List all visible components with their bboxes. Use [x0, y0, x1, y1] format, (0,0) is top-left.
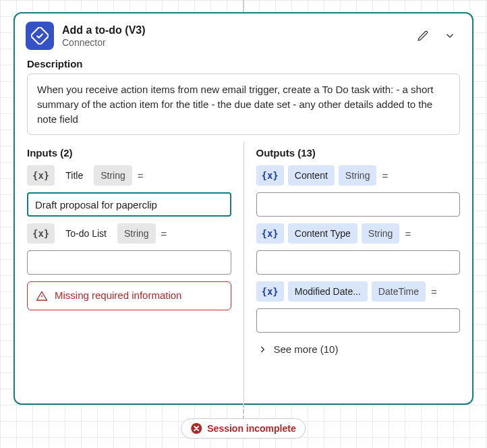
- connector-icon: [26, 22, 54, 50]
- variable-badge: {x}: [27, 223, 55, 244]
- action-card: Add a to-do (V3) Connector Description W…: [13, 12, 474, 405]
- type-chip: String: [362, 223, 400, 244]
- card-title: Add a to-do (V3): [62, 24, 406, 37]
- equals-icon: =: [403, 228, 412, 240]
- validation-error: Missing required information: [27, 281, 231, 310]
- inputs-column: Inputs (2) {x} Title String = Draft prop…: [15, 142, 244, 403]
- status-label: Session incomplete: [207, 423, 295, 434]
- error-text: Missing required information: [55, 289, 181, 302]
- input-name: To-do List: [59, 223, 113, 244]
- error-circle-icon: [191, 423, 202, 434]
- equals-icon: =: [380, 170, 389, 181]
- description-text: When you receive action items from new e…: [27, 74, 460, 135]
- session-status-pill[interactable]: Session incomplete: [181, 418, 306, 439]
- input-row: {x} To-do List String =: [27, 223, 231, 244]
- output-name: Modified Date...: [288, 281, 368, 302]
- output-row: {x} Content Type String =: [256, 223, 461, 244]
- flow-connector-top: [243, 0, 244, 13]
- see-more-button[interactable]: See more (10): [256, 339, 461, 359]
- inputs-heading: Inputs (2): [27, 147, 231, 159]
- equals-icon: =: [136, 170, 145, 181]
- flow-connector-bottom: [243, 403, 244, 420]
- variable-badge: {x}: [256, 281, 284, 302]
- type-chip: DateTime: [372, 281, 426, 302]
- type-chip: String: [117, 223, 156, 244]
- output-name: Content Type: [288, 223, 357, 244]
- variable-badge: {x}: [27, 165, 55, 186]
- output-row: {x} Content String =: [256, 165, 461, 186]
- input-value-title[interactable]: Draft proposal for paperclip: [27, 192, 231, 217]
- variable-badge: {x}: [256, 223, 284, 244]
- variable-badge: {x}: [256, 165, 284, 186]
- description-label: Description: [15, 54, 472, 74]
- chevron-down-icon: [444, 30, 456, 42]
- input-name: Title: [59, 165, 90, 186]
- type-chip: String: [94, 165, 132, 186]
- output-value[interactable]: [256, 250, 461, 275]
- output-row: {x} Modified Date... DateTime =: [256, 281, 461, 302]
- equals-icon: =: [160, 228, 169, 240]
- outputs-column: Outputs (13) {x} Content String = {x} Co…: [244, 142, 473, 403]
- equals-icon: =: [430, 286, 438, 298]
- pencil-icon: [417, 30, 429, 42]
- output-name: Content: [288, 165, 335, 186]
- type-chip: String: [339, 165, 377, 186]
- edit-button[interactable]: [414, 27, 432, 45]
- output-value[interactable]: [256, 308, 461, 333]
- see-more-label: See more (10): [274, 343, 339, 355]
- chevron-right-icon: [258, 345, 267, 354]
- warning-icon: [36, 290, 48, 302]
- input-value-todo-list[interactable]: [27, 250, 231, 275]
- card-header: Add a to-do (V3) Connector: [15, 13, 472, 54]
- card-subtitle: Connector: [62, 37, 406, 49]
- output-value[interactable]: [256, 192, 461, 217]
- input-row: {x} Title String =: [27, 165, 231, 186]
- collapse-button[interactable]: [441, 27, 459, 45]
- outputs-heading: Outputs (13): [256, 147, 461, 159]
